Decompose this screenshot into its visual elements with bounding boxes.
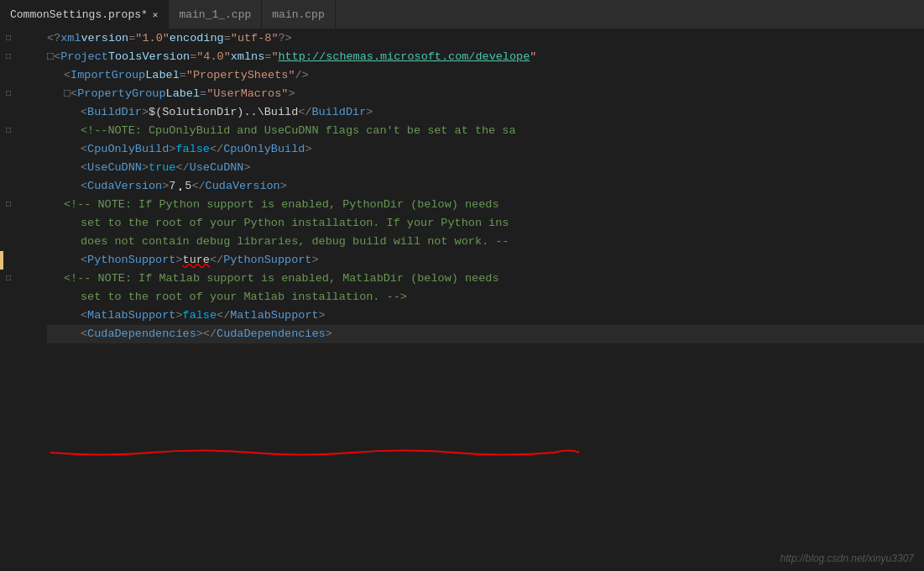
- code-line-14: <!-- NOTE: If Matlab support is enabled,…: [47, 270, 924, 288]
- tab-bar: CommonSettings.props* ✕ main_1_.cpp main…: [0, 0, 924, 29]
- code-line-7: <CpuOnlyBuild> false </CpuOnlyBuild>: [47, 140, 924, 159]
- code-line-10: <!-- NOTE: If Python support is enabled,…: [47, 196, 924, 214]
- code-line-16: <MatlabSupport> false </MatlabSupport>: [47, 306, 924, 325]
- tab-main-cpp[interactable]: main.cpp: [262, 0, 335, 29]
- tab-label: main.cpp: [272, 8, 324, 21]
- tab-main1-cpp[interactable]: main_1_.cpp: [169, 0, 262, 29]
- code-line-4: □<PropertyGroup Label="UserMacros" >: [47, 85, 924, 103]
- code-line-8: <UseCuDNN> true </UseCuDNN>: [47, 159, 924, 177]
- code-line-1: <?xml version="1.0" encoding="utf-8" ?>: [47, 29, 924, 48]
- code-line-12: does not contain debug libraries, debug …: [47, 233, 924, 251]
- code-line-5: <BuildDir> $(SolutionDir)..\Build </Buil…: [47, 103, 924, 122]
- code-line-2: □<Project ToolsVersion="4.0" xmlns="http…: [47, 48, 924, 66]
- tab-common-settings[interactable]: CommonSettings.props* ✕: [0, 0, 169, 29]
- gutter: □ □ □ □ □ □: [0, 29, 40, 571]
- code-line-13: <PythonSupport> ture </PythonSupport>: [47, 251, 924, 270]
- watermark: http://blog.csdn.net/xinyu3307: [780, 553, 914, 564]
- code-content: <?xml version="1.0" encoding="utf-8" ?> …: [40, 29, 924, 571]
- code-line-6: <!--NOTE: CpuOnlyBuild and UseCuDNN flag…: [47, 122, 924, 140]
- tab-label: main_1_.cpp: [179, 8, 251, 21]
- tab-label: CommonSettings.props*: [10, 8, 148, 21]
- code-line-3: <ImportGroup Label="PropertySheets" />: [47, 66, 924, 85]
- code-line-11: set to the root of your Python installat…: [47, 214, 924, 233]
- code-line-15: set to the root of your Matlab installat…: [47, 288, 924, 306]
- code-line-9: <CudaVersion> 7.5 </CudaVersion>: [47, 177, 924, 196]
- code-line-17: <CudaDependencies></CudaDependencies>: [47, 325, 924, 343]
- editor-area: □ □ □ □ □ □ <?xml version="1.0" encoding…: [0, 29, 924, 571]
- close-icon[interactable]: ✕: [153, 9, 159, 20]
